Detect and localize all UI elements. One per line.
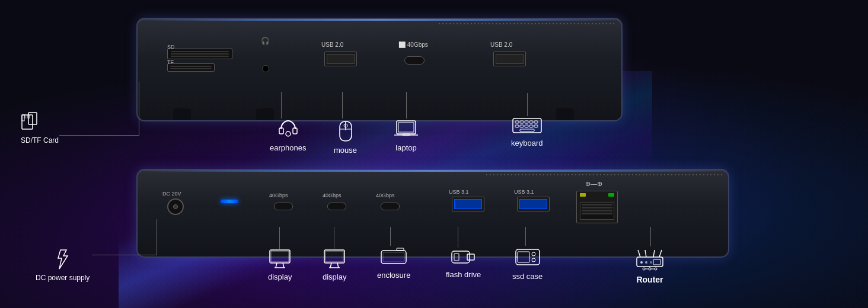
svg-line-53 [659, 250, 662, 257]
dc-line-v [157, 219, 157, 255]
svg-line-36 [337, 263, 339, 268]
laptop-annotation: laptop [394, 118, 418, 152]
display1-line-v [279, 227, 280, 249]
sdtf-line-v [139, 82, 139, 135]
laptop-label: laptop [394, 143, 418, 152]
flashdrive-line-v [458, 227, 458, 248]
svg-rect-34 [326, 251, 343, 262]
ssdcase-annotation: ssd case [512, 246, 542, 281]
power-icon [55, 249, 71, 270]
svg-rect-26 [534, 125, 538, 127]
display1-annotation: display [268, 249, 292, 281]
dc-power-annotation: DC power supply [36, 249, 90, 282]
audio-jack-port [262, 65, 269, 72]
ssdcase-line-v [525, 227, 526, 246]
router-icon [634, 246, 665, 271]
earphones-annotation: earphones [270, 118, 306, 152]
router-line-v [650, 227, 651, 246]
svg-line-31 [283, 263, 284, 268]
svg-rect-57 [653, 259, 660, 265]
svg-rect-27 [520, 129, 534, 131]
svg-rect-29 [271, 251, 289, 262]
bottom-device: DC 20V 40Gbps 40Gbps 40Gbps USB 3.1 USB … [136, 169, 729, 258]
usb2-right-port [493, 52, 526, 66]
svg-point-58 [649, 268, 651, 270]
enclosure-annotation: enclosure [377, 246, 410, 280]
sdtf-line-h [59, 135, 139, 136]
usb2-left-port-label: USB 2.0 [321, 41, 343, 48]
flashdrive-label: flash drive [446, 270, 481, 279]
svg-rect-19 [525, 121, 528, 123]
svg-rect-22 [515, 125, 519, 127]
display1-label: display [268, 272, 292, 281]
router-annotation: Router [634, 246, 665, 284]
svg-rect-24 [525, 125, 528, 127]
network-symbol: ⊕—⊕ [585, 180, 602, 188]
monitor-icon-2 [323, 249, 346, 269]
enclosure-line-v [390, 227, 391, 246]
svg-point-56 [650, 261, 652, 264]
svg-rect-38 [381, 251, 406, 264]
enclosure-label: enclosure [377, 271, 410, 280]
usb2-left-port [324, 52, 357, 66]
flashdrive-annotation: flash drive [446, 248, 481, 279]
tf-port [167, 63, 215, 72]
headphone-icon [277, 118, 299, 140]
foot-1 [173, 108, 191, 120]
svg-point-59 [643, 268, 645, 270]
svg-rect-43 [454, 254, 459, 261]
sdtf-label: SD/TF Card [21, 136, 59, 145]
usb2-right-port-label: USB 2.0 [490, 41, 512, 48]
keyboard-icon [512, 116, 542, 135]
usb31-right-label: USB 3.1 [514, 189, 534, 195]
usb31-left-label: USB 3.1 [449, 189, 469, 195]
mouse-line-v [342, 92, 343, 118]
sd-label: SD [167, 44, 175, 50]
svg-point-47 [532, 258, 535, 262]
usbc1-label: 40Gbps [269, 192, 288, 198]
laptop-line-v [406, 92, 407, 118]
mouse-icon [337, 118, 355, 142]
tf-label: TF [167, 59, 174, 65]
usbc3-label: 40Gbps [376, 192, 395, 198]
svg-line-30 [276, 263, 277, 268]
mouse-label: mouse [334, 146, 357, 155]
svg-rect-42 [467, 254, 474, 260]
sdtf-annotation: SD/TF Card [21, 111, 59, 145]
mouse-annotation: mouse [334, 118, 357, 155]
svg-point-8 [286, 131, 291, 136]
led-indicator [221, 200, 238, 203]
svg-rect-20 [529, 121, 533, 123]
svg-rect-33 [324, 250, 344, 263]
usbc2-label: 40Gbps [323, 192, 342, 198]
ssdcase-label: ssd case [512, 272, 542, 281]
enclosure-icon [380, 246, 407, 267]
laptop-icon [394, 118, 418, 140]
dc-line-h [92, 255, 157, 255]
monitor-icon-1 [269, 249, 291, 269]
svg-rect-39 [383, 252, 404, 262]
sd-icon [21, 111, 39, 133]
display2-line-v [334, 227, 334, 249]
earphones-label: earphones [270, 143, 306, 152]
svg-rect-23 [520, 125, 524, 127]
svg-rect-18 [520, 121, 524, 123]
svg-rect-17 [515, 121, 519, 123]
flashdrive-icon [451, 248, 477, 267]
keyboard-annotation: keyboard [511, 116, 542, 147]
usbc2-port [327, 203, 346, 210]
dc-label: DC 20V [162, 191, 181, 197]
ssd-icon [515, 246, 541, 268]
sd-port [167, 49, 232, 59]
keyboard-label: keyboard [511, 139, 542, 147]
usb31-right-port [517, 197, 550, 211]
svg-line-52 [653, 250, 655, 257]
earphones-line-v [281, 92, 282, 118]
dc-port [167, 198, 184, 215]
svg-line-50 [638, 250, 640, 257]
rj45-port [576, 191, 618, 223]
main-wrapper: SD TF USB 2.0 ⬜ 40Gbps USB 2.0 🎧 [0, 0, 868, 308]
dc-power-label: DC power supply [36, 274, 90, 282]
svg-line-51 [645, 250, 646, 257]
usbc1-port [274, 203, 293, 210]
